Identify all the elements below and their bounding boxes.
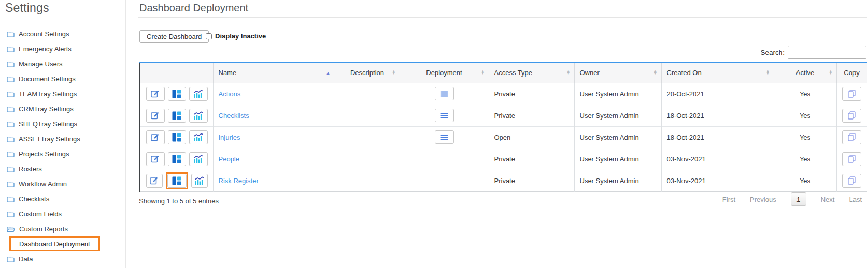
dashboard-button[interactable] — [168, 152, 187, 166]
sidebar-item-crmtray-settings[interactable]: CRMTray Settings — [0, 101, 125, 116]
access-type-cell: Private — [489, 83, 574, 105]
table-row: Injuries Open User System Admin 18-Oct-2… — [139, 126, 867, 148]
sidebar-item-label: Custom Fields — [19, 210, 62, 218]
copy-button[interactable] — [842, 174, 861, 188]
sidebar-item-label: Dashboard Deployment — [19, 240, 90, 248]
dashboard-button[interactable] — [168, 87, 187, 101]
sidebar-item-dashboard-deployment[interactable]: Dashboard Deployment — [0, 236, 125, 251]
dashboard-button[interactable] — [168, 130, 187, 144]
sidebar-item-emergency-alerts[interactable]: Emergency Alerts — [0, 41, 125, 56]
dashboard-name-link[interactable]: Risk Register — [219, 177, 259, 185]
bar-chart-trend-icon — [193, 133, 203, 141]
sidebar-item-custom-reports[interactable]: Custom Reports — [0, 221, 125, 236]
dashboard-tiles-icon — [172, 176, 181, 185]
description-cell — [335, 148, 400, 170]
deployment-menu-button[interactable] — [435, 87, 454, 100]
active-item-highlight: Dashboard Deployment — [9, 236, 100, 251]
sidebar-item-label: Projects Settings — [19, 150, 69, 158]
sidebar-item-account-settings[interactable]: Account Settings — [0, 26, 125, 41]
pagination-next[interactable]: Next — [821, 196, 835, 203]
sort-arrows-icon: ▲▼ — [766, 70, 770, 75]
copy-button[interactable] — [842, 152, 861, 166]
edit-button[interactable] — [146, 87, 165, 101]
dashboard-table: Name▲ Description▲▼ Deployment▲▼ Access … — [139, 62, 867, 192]
sidebar-item-rosters[interactable]: Rosters — [0, 161, 125, 176]
description-cell — [335, 105, 400, 126]
hamburger-icon — [440, 135, 448, 140]
created-on-cell: 03-Nov-2021 — [661, 148, 774, 170]
sidebar-item-teamtray-settings[interactable]: TEAMTray Settings — [0, 86, 125, 101]
copy-pages-icon — [848, 155, 856, 163]
col-created-on[interactable]: Created On▲▼ — [661, 63, 774, 83]
sidebar-item-manage-users[interactable]: Manage Users — [0, 56, 125, 71]
copy-button[interactable] — [842, 87, 861, 101]
col-access-type[interactable]: Access Type▲▼ — [489, 63, 574, 83]
dashboard-button[interactable] — [167, 174, 187, 188]
folder-icon — [7, 91, 15, 97]
sidebar-item-sheqtray-settings[interactable]: SHEQTray Settings — [0, 116, 125, 131]
dashboard-name-link[interactable]: Checklists — [219, 112, 249, 120]
display-inactive-checkbox[interactable] — [206, 33, 212, 39]
sidebar-item-label: Checklists — [19, 195, 49, 203]
chart-button[interactable] — [189, 109, 208, 123]
page-title: Dashboard Deployment — [139, 2, 248, 14]
sidebar-item-checklists[interactable]: Checklists — [0, 191, 125, 206]
edit-button[interactable] — [146, 109, 165, 123]
col-description[interactable]: Description▲▼ — [335, 63, 400, 83]
folder-icon — [7, 121, 15, 127]
dashboard-name-link[interactable]: Injuries — [219, 133, 240, 141]
search-input[interactable] — [788, 46, 866, 59]
pagination-page-1[interactable]: 1 — [791, 192, 806, 206]
pagination-first[interactable]: First — [722, 196, 735, 203]
folder-icon — [7, 46, 15, 52]
col-actions — [139, 63, 213, 83]
sidebar-item-custom-fields[interactable]: Custom Fields — [0, 206, 125, 221]
edit-button[interactable] — [146, 152, 165, 166]
col-copy: Copy — [836, 63, 867, 83]
sidebar-item-label: CRMTray Settings — [19, 105, 74, 113]
col-name[interactable]: Name▲ — [213, 63, 335, 83]
col-active[interactable]: Active▲▼ — [774, 63, 836, 83]
pagination-last[interactable]: Last — [849, 196, 862, 203]
dashboard-name-link[interactable]: Actions — [219, 90, 241, 98]
sidebar-item-label: Document Settings — [19, 75, 76, 83]
deployment-cell-empty — [400, 148, 489, 170]
pagination-previous[interactable]: Previous — [750, 196, 776, 203]
sidebar-item-data[interactable]: Data — [0, 251, 125, 266]
copy-pages-icon — [848, 133, 856, 141]
folder-icon — [7, 151, 15, 157]
access-type-cell: Open — [489, 126, 574, 148]
edit-button[interactable] — [146, 174, 163, 188]
copy-button[interactable] — [842, 130, 861, 144]
edit-button[interactable] — [146, 130, 165, 144]
deployment-menu-button[interactable] — [435, 109, 454, 122]
search-group: Search: — [760, 46, 866, 59]
deployment-menu-button[interactable] — [435, 130, 454, 144]
access-type-cell: Private — [489, 105, 574, 126]
sidebar-item-workflow-admin[interactable]: Workflow Admin — [0, 176, 125, 191]
chart-button[interactable] — [189, 130, 208, 144]
chart-button[interactable] — [191, 174, 208, 188]
active-cell: Yes — [774, 170, 836, 191]
copy-button[interactable] — [842, 109, 861, 123]
sidebar-item-assettray-settings[interactable]: ASSETTray Settings — [0, 131, 125, 146]
sidebar-item-projects-settings[interactable]: Projects Settings — [0, 146, 125, 161]
chart-button[interactable] — [189, 87, 208, 101]
sort-arrows-icon: ▲▼ — [566, 70, 570, 75]
dashboard-tiles-icon — [172, 133, 181, 142]
search-label: Search: — [760, 49, 785, 56]
title-divider — [138, 17, 867, 18]
sidebar-item-document-settings[interactable]: Document Settings — [0, 71, 125, 86]
sort-asc-icon: ▲ — [326, 70, 331, 76]
dashboard-button[interactable] — [168, 109, 187, 123]
sidebar-item-label: TEAMTray Settings — [19, 90, 77, 98]
sidebar-item-label: Rosters — [19, 165, 42, 173]
active-cell: Yes — [774, 126, 836, 148]
col-owner[interactable]: Owner▲▼ — [574, 63, 661, 83]
folder-icon — [7, 256, 15, 262]
col-deployment[interactable]: Deployment▲▼ — [400, 63, 489, 83]
pencil-square-icon — [150, 176, 159, 185]
chart-button[interactable] — [189, 152, 208, 166]
create-dashboard-button[interactable]: Create Dashboard — [139, 30, 209, 43]
dashboard-name-link[interactable]: People — [219, 155, 239, 163]
